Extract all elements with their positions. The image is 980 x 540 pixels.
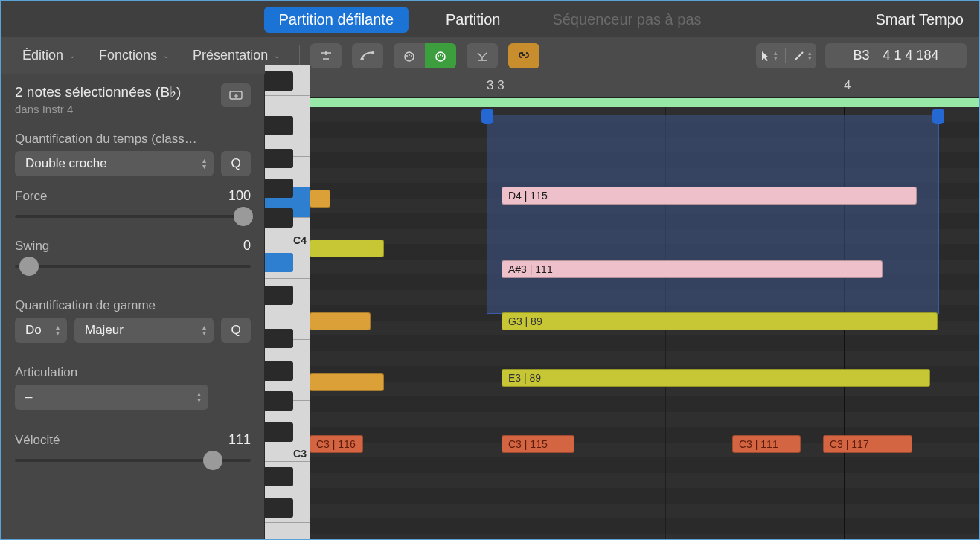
menu-functions-label: Fonctions — [99, 48, 157, 63]
chevron-down-icon: ⌄ — [69, 51, 75, 60]
pointer-tool[interactable]: ▴▾ — [760, 50, 778, 62]
display-position: 4 1 4 184 — [883, 48, 938, 63]
piano-keyboard[interactable]: C4 C3 — [265, 74, 310, 539]
tab-piano-roll[interactable]: Partition défilante — [263, 7, 409, 33]
time-quantize-label: Quantification du temps (class… — [15, 132, 251, 147]
ruler-beat-label: 3 3 — [487, 78, 505, 93]
chevron-updown-icon: ▴▾ — [56, 324, 60, 336]
note-grid-area: 3 3 4 C3 | 116 D4 | 115 A#3 | 111 G3 | 8… — [310, 74, 979, 539]
piano-key-black[interactable] — [265, 498, 293, 518]
articulation-label: Articulation — [15, 365, 251, 380]
midi-note[interactable]: C3 | 115 — [502, 435, 574, 453]
swing-value: 0 — [243, 238, 251, 254]
piano-key-black[interactable] — [265, 329, 293, 348]
marquee-handle-right[interactable] — [932, 109, 944, 124]
midi-in-icon — [402, 49, 417, 62]
piano-key-black[interactable] — [265, 361, 293, 381]
menu-view[interactable]: Présentation ⌄ — [184, 44, 289, 67]
note-inspector: 2 notes sélectionnées (B♭) dans Instr 4 … — [1, 74, 265, 539]
svg-point-7 — [438, 55, 439, 57]
svg-point-1 — [371, 51, 374, 54]
midi-out-button[interactable] — [425, 43, 456, 68]
collapse-button[interactable] — [467, 43, 498, 68]
articulation-value: – — [25, 390, 32, 405]
key-label-c4: C4 — [293, 234, 307, 246]
piano-roll-toolbar: Édition ⌄ Fonctions ⌄ Présentation ⌄ — [1, 37, 979, 74]
swing-slider[interactable] — [15, 257, 251, 276]
curve-icon — [359, 49, 376, 62]
selection-subtitle: dans Instr 4 — [15, 103, 181, 115]
automation-curve-button[interactable] — [352, 43, 383, 68]
velocity-slider[interactable] — [15, 451, 251, 470]
pencil-icon — [793, 50, 805, 62]
chevron-down-icon: ⌄ — [274, 51, 280, 60]
midi-note-selected[interactable]: A#3 | 111 — [502, 260, 883, 278]
svg-point-0 — [361, 57, 364, 60]
velocity-value: 111 — [228, 432, 251, 448]
svg-point-5 — [411, 55, 412, 57]
force-slider[interactable] — [15, 207, 251, 226]
link-button[interactable] — [508, 43, 539, 68]
selection-marquee[interactable] — [487, 115, 939, 314]
tool-selector[interactable]: ▴▾ ▴▾ — [756, 43, 816, 68]
midi-note[interactable]: C3 | 111 — [732, 435, 801, 453]
playhead-catch-icon — [318, 48, 333, 63]
piano-key-black[interactable] — [265, 149, 293, 168]
midi-note[interactable]: G3 | 89 — [502, 312, 938, 330]
midi-note[interactable]: C3 | 116 — [310, 435, 363, 453]
chevron-updown-icon: ▴▾ — [197, 391, 201, 403]
svg-point-9 — [442, 55, 443, 57]
timeline-ruler[interactable]: 3 3 4 — [310, 74, 979, 98]
scale-root-value: Do — [25, 323, 42, 338]
note-grid[interactable]: C3 | 116 D4 | 115 A#3 | 111 G3 | 89 E3 |… — [310, 107, 979, 539]
selection-title: 2 notes sélectionnées (B♭) — [15, 83, 181, 100]
svg-point-3 — [406, 55, 408, 57]
piano-key-black[interactable] — [265, 467, 293, 486]
midi-note[interactable] — [310, 373, 384, 391]
midi-note[interactable] — [310, 190, 330, 208]
ruler-bar-label: 4 — [844, 78, 851, 93]
display-note-name: B3 — [853, 48, 869, 63]
piano-key-black[interactable] — [265, 208, 293, 228]
tab-step-sequencer: Séquenceur pas à pas — [537, 7, 716, 33]
position-display[interactable]: B3 4 1 4 184 — [825, 43, 967, 68]
divider — [785, 48, 786, 63]
piano-key-black[interactable] — [265, 391, 293, 411]
piano-key-black[interactable] — [265, 422, 293, 442]
quantize-now-button[interactable]: Q — [221, 151, 251, 176]
scale-root-select[interactable]: Do ▴▾ — [15, 318, 67, 343]
menu-functions[interactable]: Fonctions ⌄ — [90, 44, 178, 67]
piano-key-black[interactable] — [265, 116, 293, 135]
tab-score[interactable]: Partition — [431, 7, 515, 33]
midi-note[interactable] — [310, 312, 371, 330]
midi-note[interactable] — [310, 240, 384, 257]
articulation-select[interactable]: – ▴▾ — [15, 385, 208, 410]
menu-edit[interactable]: Édition ⌄ — [13, 44, 84, 67]
chevron-updown-icon: ▴▾ — [774, 51, 778, 61]
piano-key-black[interactable] — [265, 179, 293, 198]
time-quantize-select[interactable]: Double croche ▴▾ — [15, 151, 214, 176]
scale-quantize-now-button[interactable]: Q — [221, 318, 251, 343]
midi-in-out-pair — [394, 43, 456, 68]
midi-note[interactable]: E3 | 89 — [502, 369, 930, 387]
piano-key-black[interactable] — [265, 286, 293, 305]
tab-smart-tempo[interactable]: Smart Tempo — [875, 11, 971, 28]
key-label-c3: C3 — [293, 448, 307, 460]
midi-note-selected[interactable]: D4 | 115 — [502, 187, 917, 205]
editor-tab-bar: Partition défilante Partition Séquenceur… — [1, 1, 979, 37]
menu-edit-label: Édition — [22, 48, 63, 63]
catch-playhead-button[interactable] — [310, 43, 342, 68]
marquee-handle-left[interactable] — [481, 109, 493, 124]
pencil-tool[interactable]: ▴▾ — [793, 50, 812, 62]
inspector-collapse-button[interactable] — [221, 83, 251, 107]
region-strip[interactable] — [310, 98, 979, 107]
piano-key-black[interactable] — [265, 71, 293, 91]
scale-quantize-label: Quantification de gamme — [15, 298, 251, 313]
scale-mode-select[interactable]: Majeur ▴▾ — [74, 318, 214, 343]
piano-key-black-selected[interactable] — [265, 253, 293, 272]
midi-in-button[interactable] — [394, 43, 425, 68]
midi-note[interactable]: C3 | 117 — [823, 435, 912, 453]
chevron-updown-icon: ▴▾ — [202, 324, 206, 336]
force-label: Force — [15, 189, 47, 204]
velocity-label: Vélocité — [15, 433, 60, 448]
